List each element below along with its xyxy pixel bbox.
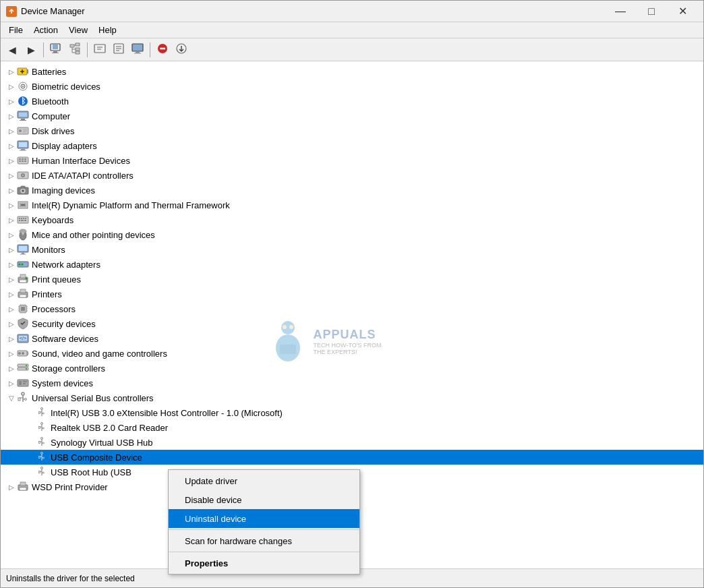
tree-item-print-queues[interactable]: ▷ Print queues [1,272,703,287]
expand-processors[interactable]: ▷ [6,303,17,314]
tree-item-keyboards[interactable]: ▷ Keyboards [1,212,703,227]
menu-file[interactable]: File [3,24,28,36]
tree-item-monitors[interactable]: ▷ Monitors [1,242,703,257]
svg-point-120 [22,392,24,395]
usb-intel-label: Intel(R) USB 3.0 eXtensible Host Control… [51,408,283,418]
svg-rect-70 [19,220,20,221]
expand-print-queues[interactable]: ▷ [6,274,17,285]
print-queues-icon [17,273,29,285]
expand-computer[interactable]: ▷ [6,111,17,121]
expand-network[interactable]: ▷ [6,259,17,270]
screen-button[interactable] [129,41,146,59]
maximize-button[interactable]: □ [636,1,667,22]
tree-item-display[interactable]: ▷ Display adapters [1,138,703,153]
svg-point-114 [26,365,27,366]
svg-rect-50 [19,160,21,162]
context-scan-hardware[interactable]: Scan for hardware changes [169,531,359,550]
tree-item-bluetooth[interactable]: ▷ ᛒ Bluetooth [1,94,703,109]
tree-item-printers[interactable]: ▷ Printers [1,287,703,301]
tree-item-usb-composite[interactable]: USB Composite Device [1,450,703,465]
tree-item-sound[interactable]: ▷ Sound, video and game controllers [1,346,703,361]
intel-label: Intel(R) Dynamic Platform and Thermal Fr… [32,200,230,210]
tree-item-hid[interactable]: ▷ Human Interface Devices [1,153,703,168]
processors-icon [17,303,29,315]
usb-composite-label: USB Composite Device [51,452,142,463]
back-button[interactable]: ◀ [3,41,21,59]
tree-item-usb-realtek[interactable]: Realtek USB 2.0 Card Reader [1,420,703,435]
properties-button[interactable] [110,41,127,59]
expand-keyboards[interactable]: ▷ [6,214,17,225]
expand-software[interactable]: ▷ [6,333,17,344]
svg-rect-6 [76,43,80,46]
expand-bluetooth[interactable]: ▷ [6,96,17,107]
tree-item-batteries[interactable]: ▷ Batteries [1,64,703,79]
svg-point-82 [19,264,21,266]
context-disable-device[interactable]: Disable device [169,490,359,509]
tree-item-intel[interactable]: ▷ Intel(R) Dynamic Platform and Thermal … [1,198,703,212]
tree-item-system[interactable]: ▷ System devices [1,376,703,390]
menu-view[interactable]: View [63,24,93,36]
expand-security[interactable]: ▷ [6,318,17,329]
app-icon [6,6,17,17]
usb-intel-icon [36,407,48,419]
expand-monitors[interactable]: ▷ [6,244,17,255]
expand-display[interactable]: ▷ [6,140,17,151]
tree-item-disk[interactable]: ▷ Disk drives [1,123,703,138]
tree-item-ide[interactable]: ▷ IDE ATA/ATAPI controllers [1,168,703,183]
toolbar-separator-2 [87,42,88,57]
expand-batteries[interactable]: ▷ [6,66,17,77]
tree-item-usb-intel[interactable]: Intel(R) USB 3.0 eXtensible Host Control… [1,405,703,420]
svg-rect-66 [19,218,20,219]
svg-point-84 [24,264,26,266]
expand-storage[interactable]: ▷ [6,363,17,374]
expand-usb[interactable]: ▽ [6,392,17,403]
expand-printers[interactable]: ▷ [6,289,17,299]
svg-rect-13 [94,45,105,53]
forward-button[interactable]: ▶ [22,41,40,59]
tree-item-mice[interactable]: ▷ Mice and other pointing devices [1,227,703,242]
usb-synology-label: Synology Virtual USB Hub [51,438,153,448]
context-properties[interactable]: Properties [169,554,359,572]
wsd-icon [17,481,29,493]
svg-rect-91 [20,295,26,297]
expand-wsd[interactable]: ▷ [6,481,17,492]
tree-item-imaging[interactable]: ▷ Imaging devices [1,183,703,198]
tree-item-usb-synology[interactable]: Synology Virtual USB Hub [1,435,703,450]
svg-rect-54 [24,160,26,162]
minimize-button[interactable]: — [605,1,636,22]
tree-item-storage[interactable]: ▷ Storage controllers [1,361,703,376]
svg-rect-71 [21,220,24,221]
expand-ide[interactable]: ▷ [6,170,17,181]
expand-hid[interactable]: ▷ [6,155,17,166]
expand-system[interactable]: ▷ [6,378,17,388]
tree-item-software[interactable]: ▷ </> Software devices [1,331,703,346]
expand-sound[interactable]: ▷ [6,348,17,359]
expand-imaging[interactable]: ▷ [6,185,17,196]
svg-point-144 [41,452,43,454]
context-update-driver[interactable]: Update driver [169,471,359,490]
svg-point-115 [26,368,27,370]
tree-item-usb[interactable]: ▽ Universal Serial Bus controllers [1,390,703,405]
close-button[interactable]: ✕ [667,1,698,22]
tree-item-processors[interactable]: ▷ [1,301,703,316]
uninstall-button[interactable] [154,41,171,59]
expand-intel[interactable]: ▷ [6,200,17,210]
menu-action[interactable]: Action [28,24,63,36]
tree-item-biometric[interactable]: ▷ Biometric devices [1,79,703,94]
tree-item-network[interactable]: ▷ Network adapters [1,257,703,272]
titlebar: Device Manager — □ ✕ [1,1,703,22]
context-uninstall-device[interactable]: Uninstall device [169,509,359,528]
expand-biometric[interactable]: ▷ [6,81,17,92]
svg-point-88 [26,278,28,280]
device-info-button[interactable] [91,41,109,59]
tree-item-computer[interactable]: ▷ Computer [1,109,703,123]
update-button[interactable] [173,41,190,59]
svg-rect-153 [39,471,40,473]
menu-help[interactable]: Help [93,24,122,36]
expand-disk[interactable]: ▷ [6,125,17,136]
svg-rect-46 [21,149,25,150]
tree-item-security[interactable]: ▷ Security devices [1,316,703,331]
tree-view-button[interactable] [66,41,84,59]
computer-view-button[interactable] [47,41,65,59]
expand-mice[interactable]: ▷ [6,229,17,240]
